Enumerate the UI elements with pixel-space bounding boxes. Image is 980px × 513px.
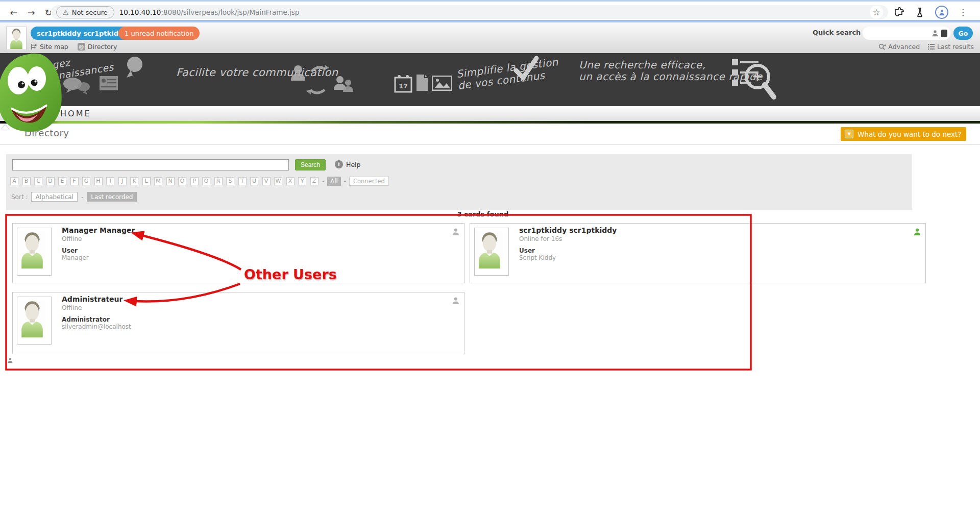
- letter-filter-q[interactable]: Q: [202, 177, 210, 185]
- extensions-icon[interactable]: [894, 7, 904, 17]
- card-avatar: [474, 228, 509, 276]
- silverpeas-mascot: [0, 51, 63, 132]
- document-doodle: [415, 74, 429, 92]
- last-results-link[interactable]: Last results: [928, 43, 974, 51]
- notification-pill[interactable]: 1 unread notification: [118, 27, 200, 40]
- browser-actions: ⋮: [894, 6, 967, 19]
- sort-row: Sort : Alphabetical - Last recorded: [11, 192, 137, 202]
- directory-filter-panel: Search i Help ABCDEFGHIJKLMNOPQRSTUVWXYZ…: [6, 154, 912, 210]
- alphabet-filter-row: ABCDEFGHIJKLMNOPQRSTUVWXYZ - All - Conne…: [10, 177, 389, 186]
- site-map-icon: [31, 43, 37, 50]
- advanced-search-icon: [878, 43, 886, 51]
- letter-filter-i[interactable]: I: [106, 177, 114, 185]
- letter-filter-z[interactable]: Z: [310, 177, 318, 185]
- letter-filter-a[interactable]: A: [10, 177, 18, 185]
- last-results-icon: [928, 43, 935, 50]
- letter-filter-p[interactable]: P: [190, 177, 199, 185]
- url-path: :8080/silverpeas/look/jsp/MainFrame.jsp: [161, 8, 299, 16]
- letter-filter-o[interactable]: O: [178, 177, 186, 185]
- letter-filter-x[interactable]: X: [286, 177, 295, 185]
- user-avatar[interactable]: [6, 27, 27, 50]
- letter-filter-c[interactable]: C: [34, 177, 42, 185]
- what-next-button[interactable]: ▼ What do you want to do next?: [841, 127, 966, 141]
- not-secure-chip[interactable]: ⚠ Not secure: [56, 6, 114, 18]
- letter-filter-r[interactable]: R: [214, 177, 223, 185]
- letter-filter-k[interactable]: K: [130, 177, 138, 185]
- letter-filter-h[interactable]: H: [94, 177, 103, 185]
- cards-count: 3 cards found: [6, 210, 960, 218]
- tab-home[interactable]: HOME: [60, 109, 91, 118]
- user-card-manager[interactable]: Manager Manager Offline User Manager: [12, 223, 464, 283]
- filter-connected-button[interactable]: Connected: [349, 177, 389, 186]
- footer-person-icon: [7, 357, 13, 363]
- presence-person-icon: [452, 228, 460, 236]
- address-bar[interactable]: ⚠ Not secure 10.10.40.10:8080/silverpeas…: [51, 5, 888, 19]
- letter-filter-g[interactable]: G: [82, 177, 90, 185]
- calendar-doodle: 17: [394, 75, 412, 93]
- quick-search-go-button[interactable]: Go: [953, 27, 973, 40]
- promo-banner: Partagez vos connaissances Facilite votr…: [0, 53, 980, 106]
- profile-avatar-icon[interactable]: [935, 6, 948, 19]
- letter-filter-s[interactable]: S: [226, 177, 234, 185]
- directory-search-input[interactable]: [12, 159, 289, 170]
- letter-filter-w[interactable]: W: [274, 177, 282, 185]
- letter-filter-j[interactable]: J: [118, 177, 127, 185]
- filter-all-button[interactable]: All: [327, 177, 340, 186]
- accent-divider: [0, 121, 980, 124]
- title-divider: [0, 144, 980, 145]
- letter-filter-b[interactable]: B: [22, 177, 31, 185]
- search-button[interactable]: Search: [295, 159, 326, 170]
- card-user-name[interactable]: Administrateur: [62, 295, 122, 303]
- letter-filter-y[interactable]: Y: [298, 177, 306, 185]
- letter-filter-u[interactable]: U: [250, 177, 258, 185]
- not-secure-label: Not secure: [72, 9, 108, 16]
- card-status: Online for 16s: [519, 235, 562, 242]
- help-label[interactable]: Help: [346, 161, 361, 168]
- directory-link[interactable]: @ Directory: [78, 43, 117, 51]
- bookmark-star-icon[interactable]: ☆: [870, 6, 883, 19]
- letter-filter-t[interactable]: T: [238, 177, 247, 185]
- user-card-administrateur[interactable]: Administrateur Offline Administrator sil…: [12, 292, 464, 354]
- what-next-label: What do you want to do next?: [857, 130, 961, 138]
- directory-label: Directory: [88, 43, 117, 51]
- flask-icon[interactable]: [915, 7, 925, 17]
- app-header: scr1ptkiddy scr1ptkiddy ⚙ 1 unread notif…: [0, 22, 980, 54]
- site-map-link[interactable]: Site map: [31, 43, 68, 51]
- letter-filter-m[interactable]: M: [154, 177, 162, 185]
- presence-person-icon: [913, 228, 921, 236]
- sort-last-recorded-button[interactable]: Last recorded: [87, 192, 137, 202]
- separator: -: [322, 178, 324, 185]
- advanced-search-link[interactable]: Advanced: [878, 43, 920, 51]
- directory-icon: @: [78, 43, 85, 51]
- card-avatar: [17, 228, 52, 276]
- card-user-name[interactable]: Manager Manager: [62, 226, 135, 234]
- user-card-scr1ptkiddy[interactable]: scr1ptkiddy scr1ptkiddy Online for 16s U…: [470, 223, 926, 283]
- card-avatar: [17, 297, 52, 345]
- card-status: Offline: [62, 304, 82, 311]
- letter-filter-v[interactable]: V: [262, 177, 271, 185]
- banner-slogan-content: Simplifie la gestion de vos contenus: [456, 56, 560, 92]
- quick-search-input[interactable]: [869, 29, 932, 37]
- browser-back-button[interactable]: ←: [7, 6, 20, 19]
- quick-search-label: Quick search: [813, 29, 861, 36]
- help-info-icon[interactable]: i: [335, 160, 343, 168]
- quick-search-box: [863, 27, 950, 40]
- notification-label: 1 unread notification: [125, 30, 193, 37]
- separator: -: [344, 178, 346, 185]
- card-detail: Manager: [62, 254, 89, 261]
- url-host: 10.10.40.10: [119, 8, 161, 16]
- letter-filter-f[interactable]: F: [70, 177, 79, 185]
- sort-alphabetical-button[interactable]: Alphabetical: [31, 192, 77, 202]
- browser-menu-icon[interactable]: ⋮: [959, 7, 967, 17]
- letter-filter-d[interactable]: D: [46, 177, 55, 185]
- site-map-label: Site map: [40, 43, 68, 51]
- application-root: ← → ↻ ⚠ Not secure 10.10.40.10:8080/silv…: [0, 0, 980, 513]
- letter-filter-n[interactable]: N: [166, 177, 175, 185]
- card-user-name[interactable]: scr1ptkiddy scr1ptkiddy: [519, 226, 617, 234]
- card-detail: Script Kiddy: [519, 254, 556, 261]
- browser-forward-button[interactable]: →: [24, 6, 38, 19]
- browser-toolbar: ← → ↻ ⚠ Not secure 10.10.40.10:8080/silv…: [0, 0, 980, 22]
- letter-filter-e[interactable]: E: [58, 177, 66, 185]
- letter-filter-l[interactable]: L: [142, 177, 151, 185]
- presence-person-icon: [452, 297, 460, 305]
